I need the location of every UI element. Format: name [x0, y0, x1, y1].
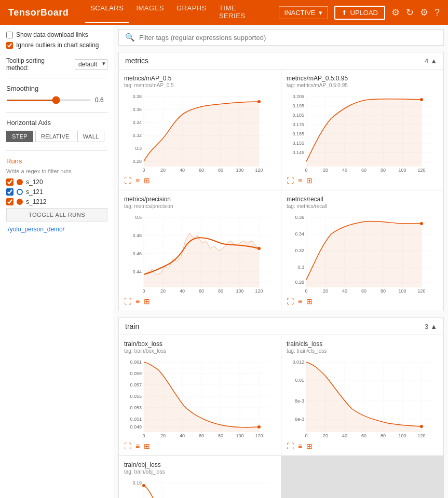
show-download-label: Show data download links	[16, 31, 88, 38]
ignore-outliers-label: Ignore outliers in chart scaling	[16, 42, 99, 49]
svg-text:0: 0	[142, 288, 145, 294]
svg-text:0.057: 0.057	[130, 382, 142, 388]
collapse-icon[interactable]: ▲	[430, 57, 437, 65]
chart-precision-area: 0.5 0.48 0.46 0.44 0 20 40 60 80 100 120	[124, 212, 276, 295]
metrics-group-header: metrics 4 ▲	[119, 52, 443, 70]
upload-button[interactable]: ⬆ UPLOAD	[334, 6, 385, 20]
toggle-all-runs-button[interactable]: TOGGLE ALL RUNS	[6, 208, 107, 222]
chart-cls-loss-svg: 0.012 0.01 8e-3 6e-3 0 20 40 60 80 100 1…	[287, 357, 438, 440]
menu-icon[interactable]: ≡	[298, 297, 302, 306]
run-s1212-color	[17, 199, 23, 205]
show-download-row[interactable]: Show data download links	[6, 31, 107, 38]
svg-text:6e-3: 6e-3	[295, 417, 304, 422]
run-item-s120: s_120	[6, 178, 107, 186]
expand-icon[interactable]: ⛶	[287, 442, 294, 450]
svg-text:20: 20	[323, 168, 328, 173]
show-download-checkbox[interactable]	[6, 32, 13, 38]
svg-text:0.049: 0.049	[130, 424, 142, 430]
smoothing-slider[interactable]	[6, 100, 91, 101]
svg-point-134	[257, 425, 261, 428]
run-s121-color	[17, 189, 23, 195]
menu-icon[interactable]: ≡	[298, 176, 302, 185]
run-s1212-checkbox[interactable]	[6, 198, 13, 205]
axis-wall-button[interactable]: WALL	[77, 131, 105, 142]
svg-text:0.46: 0.46	[132, 251, 142, 256]
svg-text:0.175: 0.175	[292, 122, 304, 127]
expand-icon[interactable]: ⛶	[287, 297, 294, 306]
expand-icon[interactable]: ⛶	[287, 176, 294, 185]
chart-map05-95-svg: 0.205 0.195 0.185 0.175 0.165 0.155 0.14…	[287, 91, 438, 174]
chart-map05-95-controls: ⛶ ≡ ⊞	[287, 176, 438, 185]
svg-text:0.36: 0.36	[132, 107, 142, 112]
svg-text:120: 120	[255, 433, 263, 438]
run-s120-checkbox[interactable]	[6, 178, 13, 186]
svg-text:40: 40	[180, 433, 185, 438]
train-group-count: 3 ▲	[425, 323, 437, 330]
divider-3	[6, 150, 107, 151]
chart-precision-title: metrics/precision	[124, 196, 276, 203]
download-icon[interactable]: ⊞	[306, 442, 313, 450]
chart-recall-controls: ⛶ ≡ ⊞	[287, 297, 438, 306]
svg-text:20: 20	[323, 288, 328, 294]
menu-icon[interactable]: ≡	[135, 297, 140, 306]
svg-point-80	[257, 247, 261, 250]
svg-point-26	[257, 100, 261, 103]
download-icon[interactable]: ⊞	[144, 297, 150, 306]
axis-relative-button[interactable]: RELATIVE	[35, 131, 75, 142]
svg-text:20: 20	[160, 168, 166, 173]
metrics-group-title: metrics	[125, 57, 148, 65]
svg-text:100: 100	[398, 288, 406, 294]
expand-icon[interactable]: ⛶	[124, 176, 131, 185]
download-icon[interactable]: ⊞	[306, 176, 313, 185]
axis-step-button[interactable]: STEP	[6, 131, 33, 142]
chart-box-loss-title: train/box_loss	[124, 340, 276, 348]
axis-section: Horizontal Axis STEP RELATIVE WALL	[6, 119, 107, 142]
search-input[interactable]	[139, 34, 437, 42]
download-icon[interactable]: ⊞	[144, 442, 150, 450]
svg-text:0.3: 0.3	[135, 146, 142, 151]
collapse-train-icon[interactable]: ▲	[430, 323, 437, 330]
svg-text:60: 60	[199, 288, 204, 294]
nav-images[interactable]: IMAGES	[131, 2, 169, 23]
download-icon[interactable]: ⊞	[306, 297, 313, 306]
chart-map05-95-tag: tag: metrics/mAP_0.5:0.95	[287, 82, 438, 88]
svg-text:0: 0	[305, 168, 307, 173]
settings-2-icon[interactable]: ⚙	[391, 7, 400, 18]
ignore-outliers-checkbox[interactable]	[6, 42, 13, 49]
train-group-header: train 3 ▲	[119, 318, 443, 335]
download-icon[interactable]: ⊞	[144, 176, 150, 185]
run-item-s121: s_121	[6, 188, 107, 196]
nav-scalars[interactable]: SCALARS	[85, 2, 129, 23]
svg-text:0.3: 0.3	[297, 265, 304, 270]
svg-text:0.165: 0.165	[292, 131, 304, 136]
nav-time-series[interactable]: TIME SERIES	[214, 2, 266, 23]
run-s121-checkbox[interactable]	[6, 188, 13, 196]
chart-cls-loss-title: train/cls_loss	[287, 340, 438, 348]
chart-precision-controls: ⛶ ≡ ⊞	[124, 297, 276, 306]
nav-graphs[interactable]: GRAPHS	[171, 2, 212, 23]
expand-icon[interactable]: ⛶	[124, 297, 131, 306]
svg-text:120: 120	[417, 168, 425, 173]
menu-icon[interactable]: ≡	[135, 442, 140, 450]
run-item-s1212: s_1212	[6, 198, 107, 205]
metrics-group-count: 4 ▲	[425, 57, 437, 65]
ignore-outliers-row[interactable]: Ignore outliers in chart scaling	[6, 42, 107, 49]
run-s120-color	[17, 179, 23, 185]
chart-cls-loss-tag: tag: train/cls_loss	[287, 348, 438, 354]
svg-text:0.145: 0.145	[292, 150, 304, 155]
menu-icon[interactable]: ≡	[135, 176, 140, 185]
expand-icon[interactable]: ⛶	[124, 442, 131, 450]
svg-text:60: 60	[199, 433, 204, 438]
yolo-link[interactable]: ./yolo_person_demo/	[6, 226, 64, 233]
chart-recall-area: 0.36 0.34 0.32 0.3 0.28 0 20 40 60 80 10…	[287, 212, 438, 295]
chart-map05-controls: ⛶ ≡ ⊞	[124, 176, 276, 185]
metrics-charts-grid: metrics/mAP_0.5 tag: metrics/mAP_0.5	[119, 70, 443, 311]
help-icon[interactable]: ?	[435, 7, 440, 18]
settings-icon[interactable]: ⚙	[420, 7, 428, 18]
inactive-dropdown[interactable]: INACTIVE ▾	[279, 6, 328, 19]
layout: Show data download links Ignore outliers…	[0, 25, 448, 498]
tooltip-select[interactable]: default	[75, 59, 107, 70]
menu-icon[interactable]: ≡	[298, 442, 302, 450]
chart-obj-loss-svg: 0.19 0 20	[124, 478, 276, 498]
refresh-icon[interactable]: ↻	[406, 7, 414, 18]
